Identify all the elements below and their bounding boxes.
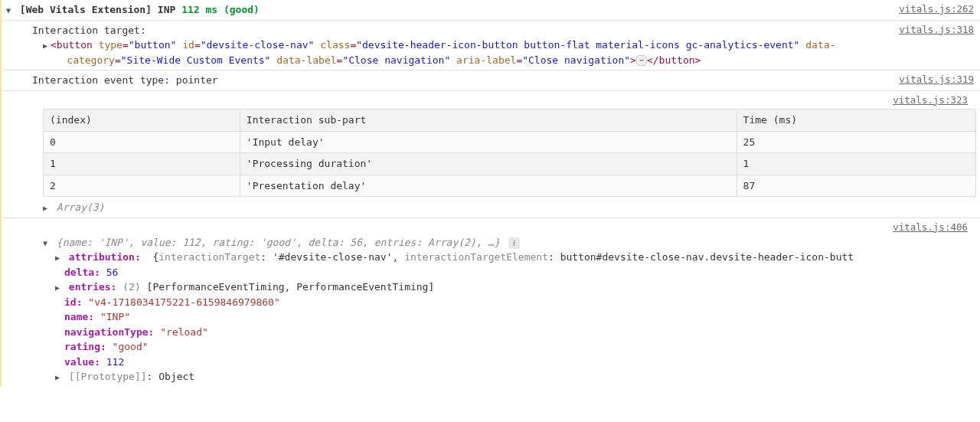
table-row: 2 'Presentation delay' 87 <box>44 175 976 197</box>
chevron-right-icon[interactable] <box>43 202 51 214</box>
log-prefix: [Web Vitals Extension] INP <box>20 4 181 15</box>
chevron-right-icon[interactable] <box>55 371 63 383</box>
prop-delta: delta: 56 <box>32 265 980 280</box>
log-value: 112 ms (good) <box>181 4 260 15</box>
prop-id: id: "v4-1718034175221-6159846979860" <box>32 295 980 310</box>
prop-entries[interactable]: entries: (2) [PerformanceEventTiming, Pe… <box>32 280 980 295</box>
ellipsis-icon[interactable]: ⋯ <box>636 55 647 66</box>
table-row: 0 'Input delay' 25 <box>44 131 976 153</box>
source-link[interactable]: vitals.js:323 <box>893 93 974 108</box>
chevron-right-icon[interactable] <box>55 282 63 293</box>
table-row: 1 'Processing duration' 1 <box>44 153 976 175</box>
attribution-table: (index) Interaction sub-part Time (ms) 0… <box>43 109 976 197</box>
log-interaction-target: Interaction target: vitals.js:318 <butto… <box>0 21 980 71</box>
prop-navigationType: navigationType: "reload" <box>32 325 980 340</box>
label: Interaction target: <box>32 25 146 36</box>
log-object-block: vitals.js:406 {name: 'INP', value: 112, … <box>0 218 980 387</box>
text: Interaction event type: pointer <box>32 74 218 86</box>
chevron-down-icon[interactable] <box>6 5 14 16</box>
th-time: Time (ms) <box>737 110 976 132</box>
prop-rating: rating: "good" <box>32 339 980 355</box>
source-link[interactable]: vitals.js:319 <box>899 73 980 87</box>
log-event-type: Interaction event type: pointer vitals.j… <box>0 70 980 91</box>
prop-value: value: 112 <box>32 355 980 370</box>
source-link[interactable]: vitals.js:318 <box>899 23 980 38</box>
source-link[interactable]: vitals.js:406 <box>893 221 974 235</box>
log-group-header: [Web Vitals Extension] INP 112 ms (good)… <box>0 0 980 21</box>
array-summary[interactable]: Array(3) <box>32 200 980 215</box>
th-subpart: Interaction sub-part <box>240 110 737 132</box>
prop-name: name: "INP" <box>32 309 980 325</box>
prop-prototype[interactable]: [[Prototype]]: Object <box>32 369 980 384</box>
chevron-down-icon[interactable] <box>43 237 51 249</box>
dom-element[interactable]: <button type="button" id="devsite-close-… <box>32 38 980 67</box>
th-index: (index) <box>44 110 240 132</box>
chevron-right-icon[interactable] <box>43 40 51 51</box>
source-link[interactable]: vitals.js:262 <box>899 2 980 17</box>
prop-attribution[interactable]: attribution: {interactionTarget: '#devsi… <box>32 250 980 265</box>
object-preview[interactable]: {name: 'INP', value: 112, rating: 'good'… <box>32 235 980 250</box>
chevron-right-icon[interactable] <box>55 252 63 263</box>
info-icon[interactable]: i <box>508 237 520 249</box>
log-table-block: vitals.js:323 (index) Interaction sub-pa… <box>0 91 980 218</box>
